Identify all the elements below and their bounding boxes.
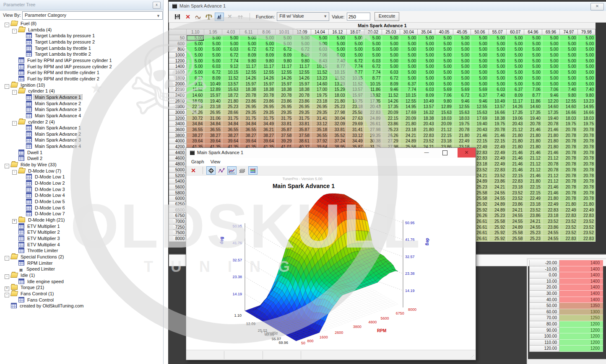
table-cell[interactable]: 5.00 <box>187 70 204 75</box>
table-cell[interactable]: 11.17 <box>240 64 257 70</box>
table-cell[interactable]: 23.18 <box>204 104 222 110</box>
table-cell[interactable]: 17.00 <box>311 87 329 93</box>
table-cell[interactable]: 7.40 <box>329 58 346 64</box>
table-cell[interactable]: 23.86 <box>524 213 542 219</box>
table-cell[interactable]: 5.00 <box>542 75 560 81</box>
table-cell[interactable]: 9.80 <box>276 58 293 64</box>
column-header[interactable]: 14.04 <box>311 29 329 35</box>
table-cell[interactable]: 21.12 <box>524 161 542 167</box>
tree-item[interactable]: D-Mode Low 7 <box>0 211 163 217</box>
table-cell[interactable]: 5.00 <box>524 58 542 64</box>
table-cell[interactable]: 20.78 <box>293 93 311 98</box>
column-header[interactable]: 60.07 <box>507 29 524 35</box>
idle-temp-cell[interactable]: 30.00 <box>529 291 559 297</box>
table-cell[interactable]: 18.03 <box>187 98 204 104</box>
column-header[interactable]: 50.06 <box>471 29 489 35</box>
table-cell[interactable]: 20.78 <box>578 173 596 179</box>
table-cell[interactable]: 23.18 <box>311 98 329 104</box>
table-cell[interactable]: 20.78 <box>560 173 577 179</box>
close-icon[interactable]: ✕ <box>590 3 604 10</box>
table-cell[interactable]: 25.23 <box>382 127 400 133</box>
table-cell[interactable]: 25.58 <box>507 230 524 236</box>
table-cell[interactable]: 11.17 <box>507 98 524 104</box>
table-cell[interactable]: 5.00 <box>382 52 400 58</box>
execute-button[interactable]: Execute <box>375 12 400 21</box>
table-cell[interactable]: 20.43 <box>418 121 435 127</box>
tree-item[interactable]: πSpeed Limiter <box>0 266 163 272</box>
tree-item[interactable]: D-Mode Low 1 <box>0 174 163 180</box>
table-cell[interactable]: 20.78 <box>578 178 596 184</box>
table-cell[interactable]: 31.41 <box>311 116 329 121</box>
table-cell[interactable]: 22.49 <box>453 138 471 144</box>
idle-temp-cell[interactable]: 10.00 <box>529 279 559 285</box>
table-cell[interactable]: 22.83 <box>578 236 596 242</box>
table-cell[interactable]: 12.89 <box>204 87 222 93</box>
table-cell[interactable]: 22.49 <box>560 207 577 213</box>
tree-item[interactable]: Main Spark Advance 4 <box>0 113 163 119</box>
table-cell[interactable]: 12.55 <box>258 70 276 75</box>
table-cell[interactable]: 24.55 <box>507 213 524 219</box>
table-cell[interactable]: 26.26 <box>382 133 400 139</box>
table-cell[interactable]: 11.52 <box>222 75 240 81</box>
table-cell[interactable]: 17.35 <box>524 110 542 116</box>
column-header[interactable]: 12.09 <box>293 29 311 35</box>
table-cell[interactable]: 10.49 <box>489 98 507 104</box>
table-cell[interactable]: 5.00 <box>347 41 364 47</box>
table-cell[interactable]: 21.80 <box>453 133 471 139</box>
table-cell[interactable]: 6.72 <box>293 46 311 52</box>
idle-temp-cell[interactable]: 50.00 <box>529 303 559 309</box>
tree-item[interactable]: D-Mode Low 5 <box>0 199 163 205</box>
table-cell[interactable]: 21.46 <box>507 155 524 161</box>
table-cell[interactable]: 5.00 <box>524 70 542 75</box>
table-cell[interactable]: 5.00 <box>364 46 382 52</box>
tree-item[interactable]: Target Lambda by pressure 2 <box>0 39 163 45</box>
table-cell[interactable]: 29.35 <box>364 133 382 139</box>
row-header[interactable]: 600 <box>169 41 187 47</box>
table-cell[interactable]: 20.78 <box>489 127 507 133</box>
table-cell[interactable]: 23.86 <box>293 98 311 104</box>
table-cell[interactable]: 20.78 <box>560 161 577 167</box>
table-cell[interactable]: 31.75 <box>222 116 240 121</box>
table-cell[interactable]: 5.00 <box>471 41 489 47</box>
table-cell[interactable]: 22.15 <box>187 104 204 110</box>
table-cell[interactable]: 21.80 <box>524 178 542 184</box>
table-cell[interactable]: 5.00 <box>418 41 435 47</box>
close-icon[interactable]: x <box>153 2 161 9</box>
table-cell[interactable]: 15.97 <box>347 93 364 98</box>
row-header[interactable]: 4600 <box>169 155 187 161</box>
table-cell[interactable]: 20.78 <box>542 161 560 167</box>
table-cell[interactable]: 22.49 <box>578 207 596 213</box>
tree-item[interactable]: Main Spark Advance 2 <box>0 101 163 107</box>
table-cell[interactable]: 13.57 <box>489 104 507 110</box>
row-header[interactable]: 3400 <box>169 121 187 127</box>
table-cell[interactable]: 21.80 <box>400 121 418 127</box>
table-cell[interactable]: 31.06 <box>204 116 222 121</box>
table-cell[interactable]: 39.64 <box>240 138 257 144</box>
table-cell[interactable]: 14.26 <box>507 104 524 110</box>
table-cell[interactable]: 20.78 <box>578 138 596 144</box>
table-cell[interactable]: 5.00 <box>560 81 577 87</box>
table-cell[interactable]: 24.21 <box>524 219 542 225</box>
table-cell[interactable]: 5.00 <box>435 75 453 81</box>
tree-item[interactable]: ETV Multiplier 2 <box>0 229 163 235</box>
table-cell[interactable]: 16.66 <box>489 110 507 116</box>
tree-item[interactable]: -Ride by Wire (33) <box>0 162 163 168</box>
table-cell[interactable]: 8.77 <box>347 70 364 75</box>
column-header[interactable]: 40.05 <box>435 29 453 35</box>
table-cell[interactable]: 29.35 <box>293 110 311 116</box>
tree-item[interactable]: Main Spark Advance 3 <box>0 137 163 143</box>
table-cell[interactable]: 12.55 <box>453 104 471 110</box>
table-cell[interactable]: 7.06 <box>435 93 453 98</box>
table-cell[interactable]: 17.69 <box>400 110 418 116</box>
idle-rpm-cell[interactable]: 1400 <box>559 260 603 266</box>
idle-rpm-cell[interactable]: 1200 <box>559 340 603 346</box>
table-cell[interactable]: 25.92 <box>489 230 507 236</box>
table-cell[interactable]: 34.84 <box>204 121 222 127</box>
x-axis-button[interactable]: ✕ <box>225 13 234 21</box>
table-cell[interactable]: 19.75 <box>560 121 577 127</box>
table-cell[interactable]: 7.40 <box>560 87 577 93</box>
table-cell[interactable]: 24.89 <box>489 207 507 213</box>
table-cell[interactable]: 18.38 <box>276 87 293 93</box>
tree-item[interactable]: Main Spark Advance 1 <box>0 94 163 101</box>
row-header[interactable]: 1400 <box>169 64 187 70</box>
